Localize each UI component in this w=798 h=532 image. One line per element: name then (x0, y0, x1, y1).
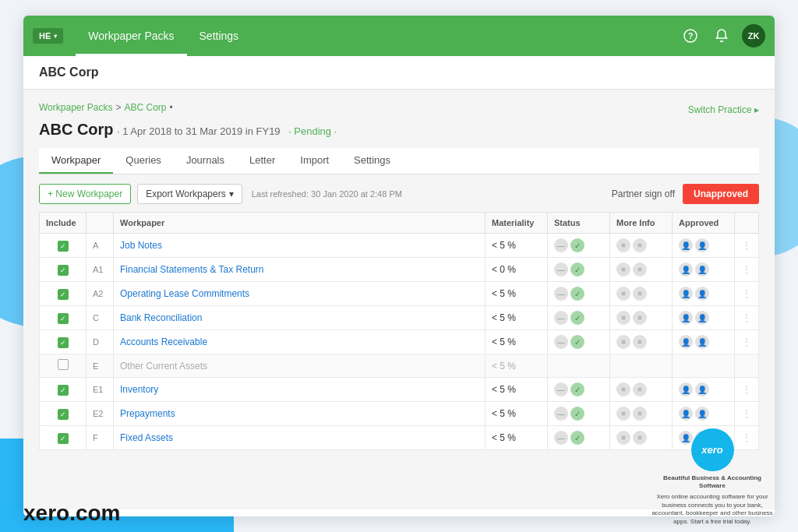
status-check-icon[interactable]: ✓ (570, 287, 584, 301)
approved-icons: 👤 👤 (679, 262, 728, 277)
doc2-icon[interactable]: ≡ (633, 287, 647, 301)
tab-queries[interactable]: Queries (113, 148, 174, 174)
export-workpapers-button[interactable]: Export Workpapers ▾ (137, 184, 242, 204)
row-checkbox[interactable]: ✓ (58, 433, 69, 444)
workpaper-name-link[interactable]: Inventory (120, 384, 158, 395)
person2-icon[interactable]: 👤 (695, 311, 709, 325)
doc2-icon[interactable]: ≡ (633, 311, 647, 325)
unapproved-button[interactable]: Unapproved (683, 184, 759, 204)
logo-text: HE (39, 31, 51, 41)
person2-icon[interactable]: 👤 (695, 238, 709, 252)
doc-icon[interactable]: ≡ (616, 431, 630, 445)
col-header-materiality: Materiality (486, 213, 548, 234)
status-minus-icon[interactable]: — (554, 335, 568, 349)
doc2-icon[interactable]: ≡ (633, 431, 647, 445)
breadcrumb-abc-corp[interactable]: ABC Corp (125, 102, 167, 113)
drag-handle-icon[interactable]: ⋮ (741, 383, 752, 396)
new-workpaper-button[interactable]: + New Workpaper (39, 184, 131, 204)
person2-icon[interactable]: 👤 (695, 287, 709, 301)
status-check-icon[interactable]: ✓ (570, 335, 584, 349)
workpaper-name-link[interactable]: Fixed Assets (120, 432, 173, 443)
row-checkbox[interactable]: ✓ (58, 409, 69, 420)
drag-handle-icon[interactable]: ⋮ (741, 312, 752, 324)
status-minus-icon[interactable]: — (554, 311, 568, 325)
tab-workpaper[interactable]: Workpaper (39, 148, 113, 174)
doc2-icon[interactable]: ≡ (633, 262, 647, 277)
drag-handle-icon[interactable]: ⋮ (741, 407, 752, 420)
drag-handle-icon[interactable]: ⋮ (741, 336, 752, 348)
status-minus-icon[interactable]: — (554, 262, 568, 277)
person2-icon[interactable]: 👤 (695, 382, 709, 396)
row-checkbox[interactable]: ✓ (58, 313, 69, 324)
person-icon[interactable]: 👤 (679, 407, 693, 421)
person-icon[interactable]: 👤 (679, 382, 693, 396)
workpaper-name-link[interactable]: Operating Lease Commitments (120, 288, 249, 299)
drag-handle-icon[interactable]: ⋮ (741, 287, 752, 300)
row-checkbox[interactable] (58, 359, 69, 370)
more-info-icons: ≡ ≡ (616, 335, 666, 349)
status-minus-icon[interactable]: — (554, 287, 568, 301)
tab-import[interactable]: Import (288, 148, 341, 174)
status-check-icon[interactable]: ✓ (570, 238, 584, 252)
doc-icon[interactable]: ≡ (616, 238, 630, 252)
workpaper-name-link[interactable]: Financial Statements & Tax Return (120, 264, 264, 275)
row-approved: 👤 👤 (673, 306, 735, 330)
doc2-icon[interactable]: ≡ (633, 238, 647, 252)
row-checkbox[interactable]: ✓ (58, 385, 69, 396)
status-minus-icon[interactable]: — (554, 238, 568, 252)
person-icon[interactable]: 👤 (679, 238, 693, 252)
tab-settings[interactable]: Settings (341, 148, 403, 174)
drag-handle-icon[interactable]: ⋮ (741, 239, 752, 252)
workpaper-name-link[interactable]: Bank Reconciliation (120, 312, 202, 323)
workpaper-name-link[interactable]: Job Notes (120, 240, 162, 251)
workpaper-name-link[interactable]: Prepayments (120, 408, 175, 419)
doc-icon[interactable]: ≡ (616, 335, 630, 349)
status-check-icon[interactable]: ✓ (570, 262, 584, 277)
doc-icon[interactable]: ≡ (616, 382, 630, 396)
doc2-icon[interactable]: ≡ (633, 407, 647, 421)
workpaper-name-link[interactable]: Accounts Receivable (120, 336, 207, 347)
doc-icon[interactable]: ≡ (616, 287, 630, 301)
row-checkbox[interactable]: ✓ (58, 241, 69, 252)
drag-handle-icon[interactable]: ⋮ (741, 263, 752, 276)
person2-icon[interactable]: 👤 (695, 407, 709, 421)
doc-icon[interactable]: ≡ (616, 262, 630, 277)
person-icon[interactable]: 👤 (679, 311, 693, 325)
drag-handle-icon[interactable]: ⋮ (741, 432, 752, 444)
breadcrumb: Workpaper Packs > ABC Corp • (39, 102, 173, 113)
tab-journals[interactable]: Journals (174, 148, 237, 174)
status-minus-icon[interactable]: — (554, 382, 568, 396)
person2-icon[interactable]: 👤 (695, 262, 709, 277)
person-icon[interactable]: 👤 (679, 335, 693, 349)
status-check-icon[interactable]: ✓ (570, 382, 584, 396)
row-checkbox[interactable]: ✓ (58, 265, 69, 276)
nav-links: Workpaper Packs Settings (76, 16, 680, 56)
tab-letter[interactable]: Letter (237, 148, 288, 174)
person-icon[interactable]: 👤 (679, 287, 693, 301)
doc-icon[interactable]: ≡ (616, 407, 630, 421)
row-checkbox[interactable]: ✓ (58, 289, 69, 300)
nav-settings[interactable]: Settings (187, 16, 252, 56)
status-minus-icon[interactable]: — (554, 431, 568, 445)
bell-icon[interactable] (711, 25, 733, 47)
status-check-icon[interactable]: ✓ (570, 431, 584, 445)
doc2-icon[interactable]: ≡ (633, 335, 647, 349)
breadcrumb-workpaper-packs[interactable]: Workpaper Packs (39, 102, 112, 113)
status-pending[interactable]: · Pending · (288, 125, 337, 137)
switch-practice-link[interactable]: Switch Practice ▸ (688, 104, 759, 115)
doc-icon[interactable]: ≡ (616, 311, 630, 325)
status-check-icon[interactable]: ✓ (570, 407, 584, 421)
nav-workpaper-packs[interactable]: Workpaper Packs (76, 16, 186, 56)
help-icon[interactable]: ? (680, 25, 701, 47)
nav-logo[interactable]: HE ▾ (33, 28, 63, 44)
user-avatar[interactable]: ZK (742, 24, 765, 48)
status-minus-icon[interactable]: — (554, 407, 568, 421)
doc2-icon[interactable]: ≡ (633, 382, 647, 396)
person-icon[interactable]: 👤 (679, 431, 693, 445)
workpaper-name-inactive: Other Current Assets (114, 354, 486, 378)
person2-icon[interactable]: 👤 (695, 335, 709, 349)
person-icon[interactable]: 👤 (679, 262, 693, 277)
person2-icon[interactable]: 👤 (695, 431, 709, 445)
status-check-icon[interactable]: ✓ (570, 311, 584, 325)
row-checkbox[interactable]: ✓ (58, 337, 69, 348)
